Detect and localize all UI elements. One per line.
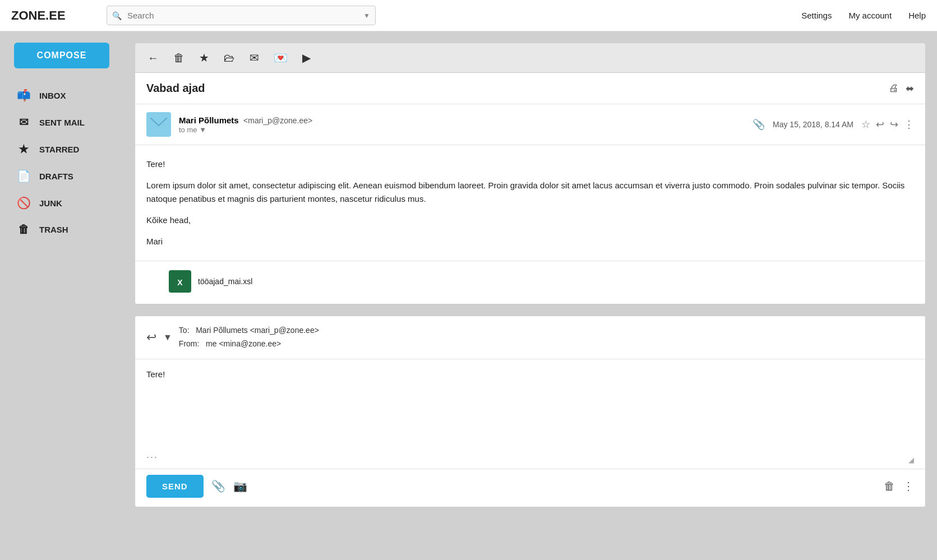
- sender-name: Mari Põllumets: [179, 115, 239, 125]
- resize-handle-icon: ◢: [908, 456, 914, 465]
- attachment-clip-icon: 📎: [753, 118, 765, 131]
- email-panel: Vabad ajad 🖨 ⬌ Mari Põllumets: [135, 73, 926, 304]
- reply-panel: ↩ ▼ To: Mari Põllumets <mari_p@zone.ee> …: [135, 316, 926, 507]
- delete-icon[interactable]: 🗑: [171, 49, 187, 67]
- inbox-icon: 📫: [17, 89, 30, 102]
- myaccount-link[interactable]: My account: [848, 11, 892, 20]
- reply-body: Tere!: [135, 359, 925, 449]
- subject-actions: 🖨 ⬌: [889, 82, 914, 95]
- sidebar-item-sent[interactable]: ✉ SENT MAIL: [0, 109, 123, 136]
- reply-arrow-icon[interactable]: ↩: [146, 330, 156, 345]
- sender-name-email: Mari Põllumets <mari_p@zone.ee>: [179, 115, 753, 126]
- print-icon[interactable]: 🖨: [889, 82, 899, 95]
- search-icon: 🔍: [112, 11, 122, 20]
- reply-from-line: From: me <mina@zone.ee>: [179, 337, 319, 351]
- sidebar-label-starred: STARRED: [39, 145, 79, 154]
- reply-to-line: To: Mari Põllumets <mari_p@zone.ee>: [179, 324, 319, 337]
- reply-from-label: From:: [179, 339, 200, 348]
- email-date: May 15, 2018, 8.14 AM: [773, 120, 853, 129]
- settings-link[interactable]: Settings: [801, 11, 832, 20]
- body-line-4: Mari: [146, 235, 914, 248]
- attach-icon[interactable]: 📎: [211, 479, 225, 493]
- reply-header: ↩ ▼ To: Mari Põllumets <mari_p@zone.ee> …: [135, 316, 925, 359]
- back-icon[interactable]: ←: [145, 49, 161, 67]
- help-link[interactable]: Help: [908, 11, 926, 20]
- email-meta-icons: ☆ ↩ ↪ ⋮: [861, 118, 914, 131]
- reply-header-info: To: Mari Põllumets <mari_p@zone.ee> From…: [179, 324, 319, 351]
- reply-from-value: me <mina@zone.ee>: [206, 339, 281, 348]
- more-reply-icon[interactable]: ⋮: [903, 479, 914, 493]
- star-toolbar-icon[interactable]: ★: [197, 49, 211, 67]
- body-line-1: Tere!: [146, 158, 914, 171]
- main-content: ← 🗑 ★ 🗁 ✉ 💌 ▶ Vabad ajad 🖨 ⬌: [123, 31, 937, 560]
- compose-button[interactable]: COMPOSE: [14, 43, 109, 68]
- layout: COMPOSE 📫 INBOX ✉ SENT MAIL ★ STARRED 📄 …: [0, 31, 937, 560]
- star-msg-icon[interactable]: ☆: [861, 118, 870, 131]
- sidebar: COMPOSE 📫 INBOX ✉ SENT MAIL ★ STARRED 📄 …: [0, 31, 123, 560]
- drafts-icon: 📄: [17, 169, 30, 183]
- email-subject-row: Vabad ajad 🖨 ⬌: [135, 73, 925, 104]
- sender-info: Mari Põllumets <mari_p@zone.ee> to me ▼: [179, 115, 753, 134]
- sent-icon: ✉: [17, 115, 30, 129]
- reply-dots: ...: [146, 449, 158, 461]
- sidebar-label-sent: SENT MAIL: [39, 118, 85, 127]
- email-attachment: X tööajad_mai.xsl: [135, 261, 925, 304]
- star-icon: ★: [17, 142, 30, 156]
- more-msg-icon[interactable]: ⋮: [904, 118, 914, 131]
- reply-dots-row: ... ◢: [135, 449, 925, 469]
- mark-unread-icon[interactable]: 💌: [271, 49, 290, 67]
- reply-footer: SEND 📎 📷 🗑 ⋮: [135, 469, 925, 507]
- sidebar-item-drafts[interactable]: 📄 DRAFTS: [0, 163, 123, 189]
- delete-reply-icon[interactable]: 🗑: [884, 480, 895, 493]
- email-message-header: Mari Põllumets <mari_p@zone.ee> to me ▼ …: [135, 104, 925, 145]
- sidebar-label-drafts: DRAFTS: [39, 172, 73, 181]
- topbar: ZONE.EE 🔍 ▼ Settings My account Help: [0, 0, 937, 31]
- reply-to-label: To:: [179, 326, 190, 335]
- sidebar-item-inbox[interactable]: 📫 INBOX: [0, 82, 123, 109]
- reply-to-value: Mari Põllumets <mari_p@zone.ee>: [196, 326, 319, 335]
- archive-icon[interactable]: 🗁: [221, 49, 237, 67]
- attachment-filename: tööajad_mai.xsl: [198, 277, 252, 286]
- search-dropdown-icon[interactable]: ▼: [363, 12, 370, 20]
- sidebar-label-trash: TRASH: [39, 225, 68, 234]
- sidebar-item-trash[interactable]: 🗑 TRASH: [0, 216, 123, 243]
- sidebar-item-junk[interactable]: 🚫 JUNK: [0, 189, 123, 216]
- attachment-file-icon: X: [169, 270, 191, 293]
- reply-msg-icon[interactable]: ↩: [876, 118, 884, 131]
- junk-icon: 🚫: [17, 196, 30, 210]
- search-input[interactable]: [107, 6, 376, 25]
- email-toolbar: ← 🗑 ★ 🗁 ✉ 💌 ▶: [135, 43, 926, 73]
- reply-footer-right: 🗑 ⋮: [884, 479, 914, 493]
- image-icon[interactable]: 📷: [233, 479, 247, 493]
- email-meta: 📎 May 15, 2018, 8.14 AM ☆ ↩ ↪ ⋮: [753, 118, 914, 131]
- mark-read-icon[interactable]: ✉: [247, 49, 261, 67]
- reply-dropdown-icon[interactable]: ▼: [163, 332, 172, 343]
- body-line-2: Lorem ipsum dolor sit amet, consectetur …: [146, 179, 914, 206]
- email-body: Tere! Lorem ipsum dolor sit amet, consec…: [135, 145, 925, 261]
- sidebar-label-inbox: INBOX: [39, 91, 66, 100]
- email-to-me: to me ▼: [179, 126, 753, 134]
- sidebar-item-starred[interactable]: ★ STARRED: [0, 136, 123, 163]
- sidebar-label-junk: JUNK: [39, 198, 62, 208]
- logo: ZONE.EE: [11, 8, 79, 23]
- expand-icon[interactable]: ⬌: [906, 82, 914, 95]
- svg-text:X: X: [177, 278, 183, 287]
- send-button[interactable]: SEND: [146, 475, 204, 498]
- email-subject: Vabad ajad: [146, 82, 889, 95]
- sender-email: <mari_p@zone.ee>: [241, 116, 312, 125]
- body-line-3: Kõike head,: [146, 214, 914, 227]
- reply-textarea[interactable]: Tere!: [146, 369, 914, 437]
- search-container: 🔍 ▼: [107, 6, 376, 25]
- topbar-nav: Settings My account Help: [801, 11, 926, 20]
- trash-icon: 🗑: [17, 223, 30, 236]
- forward-msg-icon[interactable]: ↪: [890, 118, 898, 131]
- move-icon[interactable]: ▶: [300, 49, 313, 67]
- to-me-dropdown[interactable]: ▼: [199, 126, 206, 134]
- avatar: [146, 112, 171, 137]
